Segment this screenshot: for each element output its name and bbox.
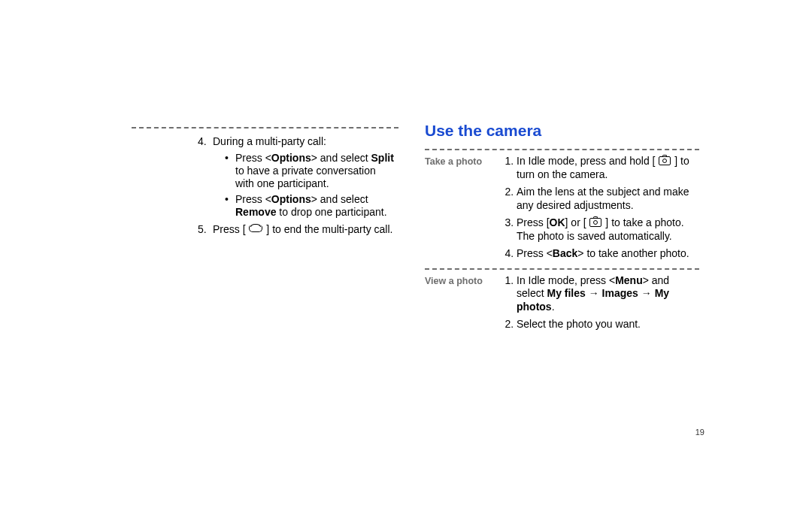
t: to have a private conversation with one …: [235, 165, 376, 189]
right-column: Use the camera Take a photo In Idle mode…: [425, 122, 699, 336]
remove-label: Remove: [235, 206, 276, 218]
take-step-1: In Idle mode, press and hold [ ] to turn…: [517, 155, 699, 181]
step4-sublist: Press <Options> and select Split to have…: [213, 152, 395, 219]
left-column: During a multi-party call: Press <Option…: [132, 135, 395, 240]
t: Press [: [213, 223, 248, 235]
t: .: [552, 301, 555, 313]
sub-remove: Press <Options> and select Remove to dro…: [235, 193, 395, 219]
t: to drop one participant.: [276, 206, 386, 218]
t: ] to end the multi-party call.: [263, 223, 392, 235]
view-step-2: Select the photo you want.: [517, 318, 699, 331]
options-label: Options: [271, 152, 311, 164]
ok-label: OK: [550, 216, 565, 228]
section-heading: Use the camera: [425, 122, 699, 140]
step4-intro: During a multi-party call:: [213, 135, 326, 147]
left-step-list: During a multi-party call: Press <Option…: [132, 135, 395, 236]
take-step-4: Press <Back> to take another photo.: [517, 247, 699, 261]
view-a-photo-label: View a photo: [425, 274, 503, 336]
t: Press <: [517, 247, 553, 259]
menu-label: Menu: [615, 274, 643, 286]
end-call-icon: [249, 225, 262, 232]
t: ] or [: [565, 216, 589, 228]
t: Press <: [235, 152, 271, 164]
take-a-photo-label: Take a photo: [425, 155, 503, 265]
camera-icon: [659, 156, 671, 165]
take-step-3: Press [OK] or [ ] to take a photo. The p…: [517, 216, 699, 243]
back-label: Back: [553, 247, 577, 259]
t: > and select: [311, 152, 371, 164]
t: > and select: [311, 193, 368, 205]
options-label: Options: [271, 193, 311, 205]
divider: [425, 149, 699, 150]
t: In Idle mode, press and hold [: [517, 155, 658, 167]
sub-split: Press <Options> and select Split to have…: [235, 152, 395, 190]
camera-icon: [589, 218, 601, 227]
t: > to take another photo.: [577, 247, 689, 259]
take-a-photo-steps: In Idle mode, press and hold [ ] to turn…: [503, 155, 699, 265]
take-step-2: Aim the lens at the subject and make any…: [517, 186, 699, 212]
manual-page: During a multi-party call: Press <Option…: [0, 0, 812, 523]
view-a-photo-steps: In Idle mode, press <Menu> and select My…: [503, 274, 699, 336]
divider: [425, 268, 699, 270]
take-a-photo-block: Take a photo In Idle mode, press and hol…: [425, 155, 699, 265]
t: In Idle mode, press <: [517, 274, 615, 286]
t: Press [: [517, 216, 550, 228]
view-step-1: In Idle mode, press <Menu> and select My…: [517, 274, 699, 314]
split-label: Split: [371, 152, 394, 164]
step-4: During a multi-party call: Press <Option…: [213, 135, 395, 219]
divider: [132, 127, 398, 132]
view-a-photo-block: View a photo In Idle mode, press <Menu> …: [425, 274, 699, 336]
t: Press <: [235, 193, 271, 205]
step-5: Press [ ] to end the multi-party call.: [213, 223, 395, 237]
page-number: 19: [695, 428, 704, 437]
